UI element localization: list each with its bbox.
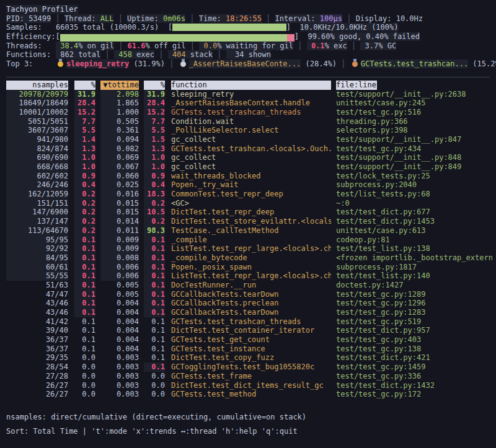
separator: │ <box>213 50 226 59</box>
cell-tottime: 0.003 <box>100 390 139 399</box>
cell-function: GCTests.test_method <box>171 390 331 399</box>
cell-file-line: test/test_gc.py:336 <box>336 372 421 381</box>
table-row: 10001/1000215.21.00015.2GCTests.test_tra… <box>6 108 496 117</box>
cell-pct-cumulative: 0.0 <box>144 381 165 390</box>
top3-item-pct: (28.4%) <box>301 59 337 68</box>
cell-tottime: 0.505 <box>100 117 139 126</box>
function-stat-value: 34 <box>226 50 244 59</box>
cell-pct-cumulative: 0.1 <box>144 353 165 362</box>
column-header-function[interactable]: function <box>171 81 331 90</box>
cell-pct-direct: 0.0 <box>74 381 95 390</box>
table-row: 26/270.00.0030.0GCTests.test_methodtest/… <box>6 390 496 399</box>
samples-label: Samples: <box>6 23 56 32</box>
table-row: 27/280.00.0030.0GCTests.test_frametest/t… <box>6 372 496 381</box>
status-line: PID: 53499 │ Thread: ALL │ Uptime: 0m06s… <box>6 14 496 24</box>
cell-nsamples: 92/92 <box>6 244 68 253</box>
table-row: 43/460.10.0040.1GCCallbackTests.tearDown… <box>6 308 496 317</box>
status-item-value: 18:26:55 <box>226 14 262 23</box>
cell-pct-direct: 0.2 <box>74 199 95 208</box>
legend-line: nsamples: direct/cumulative (direct=exec… <box>6 413 496 422</box>
column-header-pct1[interactable]: % <box>74 81 95 90</box>
cell-pct-cumulative: 0.1 <box>144 235 165 245</box>
cell-pct-direct: 0.1 <box>74 271 95 281</box>
table-row: 26/270.00.0030.0DictTest.test_dict_items… <box>6 381 496 390</box>
column-header-pct2[interactable]: % <box>144 81 165 90</box>
cell-pct-direct: 0.1 <box>74 299 95 308</box>
cell-file-line: unittest/case.py:613 <box>336 226 426 235</box>
cell-pct-direct: 0.1 <box>74 345 95 354</box>
cell-function: _compile <box>171 235 331 245</box>
cell-file-line: test/test_list.py:138 <box>336 244 430 253</box>
cell-pct-direct: 0.0 <box>74 353 95 362</box>
table-row: 36/370.10.0040.1GCTests.test_instancetes… <box>6 345 496 354</box>
column-header-nsamples[interactable]: nsamples <box>6 81 68 90</box>
cell-tottime: 0.015 <box>100 199 139 208</box>
functions-line: Functions: 862 total │ 458 exec │ 404 st… <box>6 50 496 59</box>
cell-pct-direct: 0.1 <box>74 290 95 299</box>
column-header-tottime-sorted[interactable]: ▼tottime <box>100 81 139 90</box>
cell-pct-cumulative: 7.7 <box>144 117 165 126</box>
cell-pct-cumulative: 0.1 <box>144 281 165 290</box>
cell-file-line: test/test_gc.py:1459 <box>336 362 426 372</box>
thread-stat-unit: % off gil <box>146 42 186 50</box>
cell-nsamples: 43/46 <box>6 308 68 317</box>
silver-medal-icon <box>180 61 186 67</box>
status-item: Thread: ALL <box>64 14 113 23</box>
cell-pct-direct: 1.4 <box>74 135 95 144</box>
cell-tottime: 0.003 <box>100 381 139 390</box>
cell-nsamples: 147/6900 <box>6 208 68 217</box>
separator: │ <box>113 14 127 23</box>
thread-stat-value: 38.4 <box>56 42 78 50</box>
cell-tottime: 0.004 <box>100 308 139 317</box>
app-title: Tachyon Profiler <box>6 5 78 14</box>
cell-function: DictTest.test_store_evilattr.<locals... <box>171 217 331 226</box>
cell-function: ListTest.test_repr_large.<locals>.check <box>171 244 331 253</box>
top3-item: _AssertRaisesBaseConte... (28.4%) <box>179 59 337 68</box>
cell-file-line: test/test_gc.py:519 <box>336 317 421 327</box>
cell-file-line: ~:0 <box>336 199 350 208</box>
cell-function: Condition.wait <box>171 117 331 126</box>
samples-bar-close: ] <box>286 23 291 32</box>
separator: │ <box>342 14 356 23</box>
cell-pct-cumulative: 0.1 <box>144 362 165 372</box>
status-item-label: Uptime: <box>127 14 163 23</box>
function-stat-value: 404 <box>168 50 186 59</box>
cell-pct-direct: 5.5 <box>74 126 95 135</box>
cell-file-line: test/test_dict.py:421 <box>336 353 430 362</box>
separator: │ <box>185 14 199 23</box>
table-row: 162/120590.20.01618.3CommonTest.test_rep… <box>6 190 496 199</box>
cell-pct-cumulative: 31.9 <box>144 90 165 99</box>
cell-tottime: 0.067 <box>100 162 139 172</box>
gold-medal-icon <box>58 61 63 67</box>
top3-item-name: sleeping_retry <box>66 59 129 68</box>
table-row: 55/550.10.0060.1ListTest.test_repr_large… <box>6 271 496 281</box>
column-header-file[interactable]: file:line <box>336 81 377 90</box>
cell-tottime: 0.003 <box>100 353 139 362</box>
cell-file-line: test/test_gc.py:138 <box>336 345 421 354</box>
cell-tottime: 0.025 <box>100 180 139 190</box>
cell-function: DocTestRunner.__run <box>171 281 331 290</box>
divider <box>6 77 490 77</box>
cell-nsamples: 47/47 <box>6 290 68 299</box>
cell-function: DictTest.test_dict_items_result_gc <box>171 381 331 390</box>
status-item-label: Interval: <box>275 14 320 23</box>
cell-pct-cumulative: 0.1 <box>144 326 165 335</box>
cell-file-line: test/test_gc.py:172 <box>336 390 421 399</box>
efficiency-bar <box>60 33 294 41</box>
cell-nsamples: 43/46 <box>6 299 68 308</box>
thread-stat: 3.7% GC <box>360 42 396 50</box>
functions-segments: 862 total │ 458 exec │ 404 stack │ 34 sh… <box>56 50 271 59</box>
cell-nsamples: 668/668 <box>6 162 68 172</box>
cell-pct-direct: 0.9 <box>74 172 95 181</box>
cell-nsamples: 246/246 <box>6 180 68 190</box>
cell-tottime: 1.865 <box>100 99 139 108</box>
cell-file-line: test/support/__init__.py:849 <box>336 162 461 172</box>
cell-pct-cumulative: 1.0 <box>144 162 165 172</box>
table-row: 51/630.10.0050.1DocTestRunner.__rundocte… <box>6 281 496 290</box>
cell-pct-direct: 31.9 <box>74 90 95 99</box>
cell-tottime: 0.015 <box>100 208 139 217</box>
status-item-value: 53499 <box>29 14 51 23</box>
table-row: 28/540.00.0030.1GCTogglingTests.test_bug… <box>6 362 496 372</box>
table-row: 41/420.10.0040.1GCTests.test_trashcan_th… <box>6 317 496 327</box>
cell-pct-direct: 0.2 <box>74 208 95 217</box>
